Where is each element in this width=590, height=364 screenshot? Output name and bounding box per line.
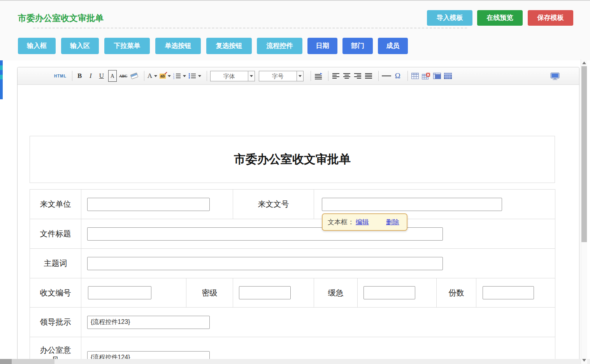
save-template-button[interactable]: 保存模板 — [528, 10, 573, 26]
toolbar-separator — [407, 71, 408, 81]
fullscreen-button[interactable] — [550, 70, 560, 82]
chevron-down-icon — [299, 75, 302, 77]
bottom-edge-fragment — [0, 359, 12, 364]
page-title: 市委办公室收文审批单 — [18, 12, 104, 24]
editor-card: HTML B I U A ABC A ab 1 2 3 — [17, 67, 579, 364]
palette-radio-button[interactable]: 单选按钮 — [155, 38, 201, 54]
special-char-button[interactable]: Ω — [393, 70, 402, 82]
chevron-down-icon — [183, 75, 186, 77]
table-cell-props-button[interactable] — [444, 70, 452, 82]
select-arrow[interactable] — [297, 71, 303, 81]
align-center-button[interactable] — [342, 70, 351, 82]
ordered-list-button[interactable]: 1 2 3 — [173, 70, 186, 82]
font-color-icon: A — [148, 72, 152, 80]
editor-content[interactable]: 市委办公室收文审批单 来文单位 来文文号 — [18, 85, 579, 364]
align-left-icon — [332, 73, 340, 79]
copies-input[interactable] — [483, 286, 534, 299]
scrollbar-thumb[interactable] — [581, 66, 587, 242]
font-family-value: 字体 — [211, 71, 248, 81]
delete-field-link[interactable]: 删除 — [386, 218, 399, 227]
font-color-button[interactable]: A — [148, 70, 157, 82]
bold-button[interactable]: B — [76, 70, 84, 82]
horizontal-rule-button[interactable] — [382, 70, 391, 82]
scroll-up-arrow-icon[interactable] — [582, 62, 586, 64]
label-doc-title: 文件标题 — [30, 219, 81, 249]
table-row: 主题词 — [30, 249, 555, 278]
receipt-no-input[interactable] — [88, 286, 151, 299]
font-size-value: 字号 — [259, 71, 297, 81]
italic-button[interactable]: I — [86, 70, 95, 82]
toolbar-separator — [378, 71, 379, 81]
toolbar-separator — [328, 71, 328, 81]
align-right-button[interactable] — [353, 70, 362, 82]
table-cell-merge-button[interactable] — [433, 70, 441, 82]
label-source-unit: 来文单位 — [30, 190, 81, 219]
chevron-down-icon — [250, 75, 253, 77]
insert-table-button[interactable] — [411, 70, 420, 82]
urgency-input[interactable] — [363, 286, 415, 299]
field-action-tooltip: 文本框： 编辑 删除 — [322, 213, 407, 231]
import-template-button[interactable]: 导入模板 — [427, 10, 472, 26]
align-justify-button[interactable] — [364, 70, 373, 82]
label-leader-remarks: 领导批示 — [30, 308, 81, 337]
vertical-scrollbar[interactable] — [581, 59, 587, 364]
secrecy-input[interactable] — [239, 286, 291, 299]
chevron-down-icon — [154, 75, 157, 77]
source-unit-input[interactable] — [87, 198, 210, 211]
svg-text:3: 3 — [173, 77, 174, 79]
align-center-icon — [343, 73, 351, 79]
boxed-a-button[interactable]: A — [108, 70, 117, 82]
cell-leader-remarks — [81, 308, 555, 337]
cell-subject — [81, 249, 555, 278]
cell-urgency — [358, 278, 437, 308]
bullet-list-button[interactable] — [188, 70, 201, 82]
underline-button[interactable]: U — [97, 70, 106, 82]
app-canvas: 市委办公室收文审批单 导入模板 在线预览 保存模板 输入框 输入区 下拉菜单 单… — [0, 0, 590, 364]
dashed-divider — [33, 28, 467, 28]
palette-member-button[interactable]: 成员 — [378, 38, 408, 54]
select-arrow[interactable] — [248, 71, 255, 81]
font-size-select[interactable]: 字号 — [259, 71, 304, 81]
format-eraser-button[interactable] — [130, 70, 139, 82]
scroll-down-arrow-icon[interactable] — [582, 359, 586, 362]
label-subject: 主题词 — [30, 249, 81, 278]
header: 市委办公室收文审批单 导入模板 在线预览 保存模板 输入框 输入区 下拉菜单 单… — [0, 1, 590, 60]
html-source-button[interactable]: HTML — [54, 70, 67, 82]
palette-dropdown-button[interactable]: 下拉菜单 — [104, 38, 150, 54]
toolbar-separator — [207, 71, 207, 81]
editor-toolbar: HTML B I U A ABC A ab 1 2 3 — [18, 67, 579, 85]
left-edge-fragment — [0, 65, 3, 70]
subject-input[interactable] — [87, 257, 443, 270]
strikethrough-button[interactable]: ABC — [119, 70, 128, 82]
label-receipt-no: 收文编号 — [30, 278, 81, 308]
bottom-edge — [0, 359, 590, 364]
palette-input-box-button[interactable]: 输入框 — [18, 38, 56, 54]
label-copies: 份数 — [437, 278, 476, 308]
indent-button[interactable] — [314, 70, 323, 82]
chevron-down-icon — [198, 75, 201, 77]
palette-checkbox-button[interactable]: 复选按钮 — [206, 38, 252, 54]
toolbar-separator — [144, 71, 144, 81]
chevron-down-icon — [168, 75, 171, 77]
leader-remarks-input[interactable] — [87, 316, 210, 329]
online-preview-button[interactable]: 在线预览 — [477, 10, 523, 26]
form-title-box: 市委办公室收文审批单 — [30, 136, 555, 183]
eraser-icon — [130, 72, 138, 79]
delete-table-button[interactable] — [422, 70, 430, 82]
palette-flow-control-button[interactable]: 流程控件 — [257, 38, 302, 54]
table-row: 领导批示 — [30, 308, 555, 337]
palette-input-area-button[interactable]: 输入区 — [61, 38, 99, 54]
align-justify-icon — [365, 73, 372, 79]
bottom-edge-fragment — [12, 359, 54, 364]
doc-number-input[interactable] — [322, 198, 502, 211]
font-family-select[interactable]: 字体 — [210, 71, 255, 81]
highlight-color-button[interactable]: ab — [160, 70, 171, 82]
tooltip-label: 文本框： — [328, 218, 354, 227]
table-row: 文件标题 — [30, 219, 555, 249]
palette-date-button[interactable]: 日期 — [307, 38, 337, 54]
edit-field-link[interactable]: 编辑 — [356, 218, 369, 227]
merged-table-icon — [433, 73, 441, 79]
cell-grid-icon — [444, 73, 452, 79]
align-left-button[interactable] — [332, 70, 340, 82]
palette-department-button[interactable]: 部门 — [342, 38, 373, 54]
